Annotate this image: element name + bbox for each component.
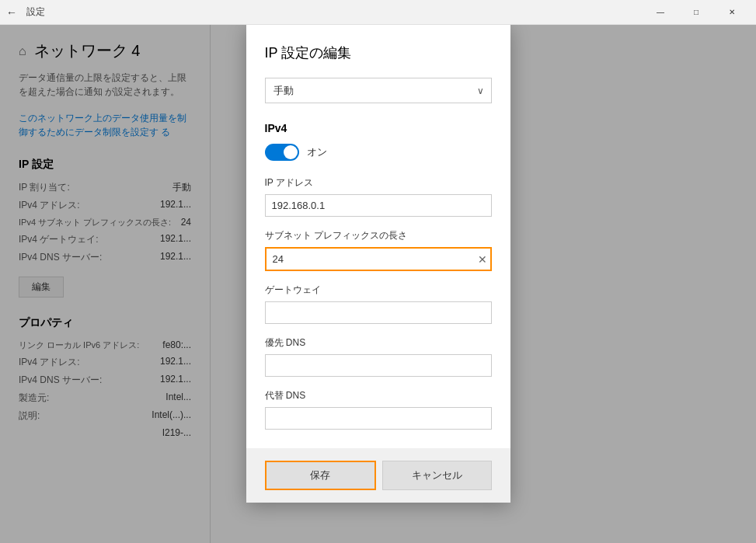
maximize-button[interactable]: □ [678,0,714,25]
ip-address-field-group: IP アドレス [265,176,492,217]
mode-select-container: 手動 自動 (DHCP) ∨ [265,78,492,103]
titlebar: ← 設定 — □ ✕ [0,0,756,25]
dialog: IP 設定の編集 手動 自動 (DHCP) ∨ IPv4 オン [246,25,510,503]
gateway-input[interactable] [265,301,492,324]
subnet-prefix-label: サブネット プレフィックスの長さ [265,229,492,242]
back-button[interactable]: ← [6,6,17,19]
dialog-title: IP 設定の編集 [265,44,492,62]
save-button[interactable]: 保存 [265,461,376,490]
dns-primary-field-group: 優先 DNS [265,336,492,377]
toggle-row: オン [265,144,492,161]
subnet-prefix-field-group: サブネット プレフィックスの長さ ✕ [265,229,492,271]
ipv4-toggle[interactable] [265,144,299,161]
close-button[interactable]: ✕ [714,0,750,25]
ip-address-label: IP アドレス [265,176,492,190]
toggle-thumb [284,145,298,159]
dns-secondary-field-group: 代替 DNS [265,389,492,430]
window-controls: — □ ✕ [643,0,750,25]
dns-primary-input[interactable] [265,354,492,377]
dialog-overlay: IP 設定の編集 手動 自動 (DHCP) ∨ IPv4 オン [0,25,756,543]
ipv4-section-label: IPv4 [265,122,492,134]
dns-secondary-label: 代替 DNS [265,389,492,402]
app-window: ← 設定 — □ ✕ ⌂ ネットワーク 4 データ通信量の上限を設定すると、上限… [0,0,756,543]
dialog-footer: 保存 キャンセル [246,448,510,503]
mode-select[interactable]: 手動 自動 (DHCP) [265,78,492,103]
subnet-prefix-input[interactable] [265,247,492,271]
toggle-label: オン [307,145,327,159]
titlebar-title: 設定 [26,5,45,19]
gateway-label: ゲートウェイ [265,284,492,297]
clear-icon[interactable]: ✕ [478,254,487,265]
subnet-prefix-wrapper: ✕ [265,247,492,271]
dns-secondary-input[interactable] [265,407,492,430]
gateway-field-group: ゲートウェイ [265,284,492,324]
content-area: ⌂ ネットワーク 4 データ通信量の上限を設定すると、上限を超えた場合に通知 が… [0,25,756,543]
minimize-button[interactable]: — [643,0,678,25]
ip-address-input[interactable] [265,194,492,217]
cancel-button[interactable]: キャンセル [382,461,492,490]
dns-primary-label: 優先 DNS [265,336,492,350]
